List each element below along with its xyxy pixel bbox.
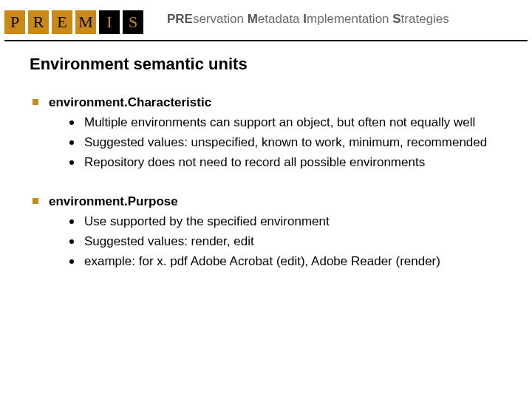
list-item: Use supported by the specified environme… bbox=[69, 214, 502, 231]
logo-letter-p: P bbox=[4, 10, 25, 34]
list-item: example: for x. pdf Adobe Acrobat (edit)… bbox=[69, 253, 502, 270]
section-heading: environment.Characteristic bbox=[30, 95, 502, 112]
list-item: Repository does not need to record all p… bbox=[69, 154, 502, 171]
logo-letter-r: R bbox=[28, 10, 49, 34]
list-item: Suggested values: render, edit bbox=[69, 233, 502, 250]
logo-letter-e: E bbox=[52, 10, 72, 34]
list-item: Suggested values: unspecified, known to … bbox=[69, 134, 502, 151]
logo-letter-s: S bbox=[123, 10, 143, 34]
tagline-plain-3: mplementation bbox=[307, 12, 392, 26]
section-heading: environment.Purpose bbox=[30, 194, 502, 211]
section-sublist: Multiple environments can support an obj… bbox=[30, 115, 502, 171]
logo-letter-i: I bbox=[99, 10, 120, 34]
tagline-plain-4: trategies bbox=[401, 12, 449, 26]
section-environment-purpose: environment.Purpose Use supported by the… bbox=[30, 194, 502, 270]
tagline-em-1: PRE bbox=[167, 12, 193, 26]
slide-title: Environment semantic units bbox=[30, 55, 532, 74]
section-sublist: Use supported by the specified environme… bbox=[30, 214, 502, 270]
tagline-em-2: M bbox=[248, 12, 258, 26]
section-environment-characteristic: environment.Characteristic Multiple envi… bbox=[30, 95, 502, 171]
tagline-plain-1: servation bbox=[193, 12, 248, 26]
logo-letters: P R E M I S bbox=[4, 10, 143, 34]
premis-logo: P R E M I S bbox=[4, 9, 143, 35]
list-item: Multiple environments can support an obj… bbox=[69, 115, 502, 132]
premis-banner: P R E M I S PREservation Metadata Implem… bbox=[4, 4, 528, 41]
tagline-plain-2: etadata bbox=[258, 12, 303, 26]
slide-content: environment.Characteristic Multiple envi… bbox=[30, 95, 502, 270]
tagline-em-4: S bbox=[392, 12, 400, 26]
logo-letter-m: M bbox=[75, 10, 96, 34]
premis-tagline: PREservation Metadata Implementation Str… bbox=[167, 12, 449, 27]
